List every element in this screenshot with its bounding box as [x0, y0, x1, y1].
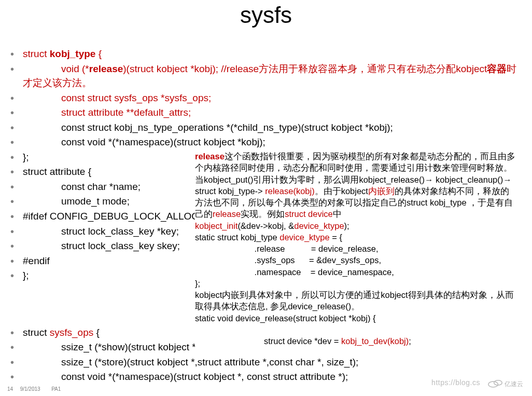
text: void (*: [61, 63, 89, 74]
text: 内嵌到: [368, 186, 395, 196]
bullet-4: struct attribute **default_attrs;: [7, 105, 525, 120]
text: umode_t mode;: [61, 196, 130, 207]
text: struct lock_class_key skey;: [61, 240, 180, 251]
indent: [23, 357, 61, 367]
bullet-3: const struct sysfs_ops *sysfs_ops;: [7, 91, 525, 105]
text: };: [23, 270, 29, 281]
text: kobject_init: [195, 221, 238, 230]
text: 。由于kobject: [315, 186, 368, 196]
slide-number: 14: [7, 386, 13, 392]
text: kobj_type: [50, 48, 96, 59]
text: {: [95, 48, 102, 59]
text: struct: [23, 48, 50, 59]
slide-title: sysfs: [0, 2, 532, 28]
text: );: [344, 221, 349, 230]
text: {: [93, 327, 100, 338]
text: struct attribute {: [23, 166, 91, 177]
text: release: [89, 63, 123, 74]
indent: [23, 226, 61, 237]
text: static struct kobj_type: [195, 233, 279, 242]
text: const char *name;: [61, 181, 141, 192]
text: release: [213, 209, 241, 219]
indent: [23, 371, 61, 382]
text: const void *(*namespace)(struct kobject …: [61, 136, 265, 147]
text: kobject_cleanup(): [436, 175, 503, 184]
arrow-icon: →: [425, 175, 433, 184]
text: .namespace = device_namespace,: [195, 266, 516, 278]
explanation-box: release这个函数指针很重要，因为驱动模型的所有对象都是动态分配的，而且由多…: [195, 151, 516, 359]
text: const struct kobj_ns_type_operations *(*…: [61, 122, 393, 133]
text: #endif: [23, 255, 50, 266]
text: const void *(*namespace)(struct kobject …: [61, 371, 348, 382]
text: device_ktype: [279, 233, 332, 242]
arrow-icon: →: [503, 175, 512, 184]
text: 中: [333, 209, 342, 219]
watermark-logo: 亿速云: [485, 376, 527, 391]
indent: [23, 92, 61, 103]
bullet-2: void (*release)(struct kobject *kobj); /…: [7, 62, 525, 90]
slide-date: 9/1/2013: [20, 386, 40, 392]
bullet-6: const void *(*namespace)(struct kobject …: [7, 135, 525, 149]
text: };: [195, 278, 516, 289]
text: };: [23, 152, 29, 162]
svg-text:亿速云: 亿速云: [504, 380, 523, 387]
indent: [23, 63, 61, 74]
text: struct device *dev =: [204, 336, 341, 346]
slide-tag: PA1: [51, 386, 61, 392]
text: device_ktype: [294, 221, 344, 230]
text: kobj_to_dev(kobj): [341, 336, 409, 346]
bullet-1: struct kobj_type {: [7, 47, 525, 61]
indent: [23, 342, 61, 352]
text: 实现。例如: [241, 209, 285, 219]
text: (&dev->kobj, &: [238, 221, 295, 230]
indent: [23, 122, 61, 133]
text: 容器: [487, 63, 507, 74]
text: sysfs_ops: [50, 327, 93, 338]
text: struct kobj_type->: [195, 186, 265, 196]
text: release(kobj): [265, 186, 314, 196]
text: #ifdef CONFIG_DEBUG_LOCK_ALLOC: [23, 211, 199, 222]
text: struct lock_class_key *key;: [61, 226, 179, 237]
watermark-url: https://blog.cs: [431, 378, 480, 387]
text: const struct sysfs_ops *sysfs_ops;: [61, 92, 211, 103]
text: static void device_release(struct kobjec…: [195, 312, 516, 324]
indent: [23, 136, 61, 147]
text: struct: [23, 327, 50, 338]
indent: [23, 107, 61, 118]
text: release: [195, 152, 225, 161]
text: struct attribute **default_attrs;: [61, 107, 191, 118]
text: .release = device_release,: [195, 243, 516, 254]
text: )(struct kobject *kobj); //release方法用于释放…: [123, 63, 487, 74]
indent: [23, 240, 61, 251]
indent: [23, 181, 61, 192]
text: = {: [332, 233, 342, 242]
text: kobject内嵌到具体对象中，所以可以方便的通过kobject得到具体的结构对…: [195, 289, 516, 312]
bullet-5: const struct kobj_ns_type_operations *(*…: [7, 120, 525, 135]
text: .sysfs_ops = &dev_sysfs_ops,: [195, 254, 516, 266]
indent: [23, 196, 61, 207]
svg-point-0: [488, 381, 498, 387]
text: ;: [409, 336, 411, 346]
text: struct device: [285, 209, 333, 219]
slide-footer: 14 9/1/2013 PA1: [7, 386, 61, 392]
